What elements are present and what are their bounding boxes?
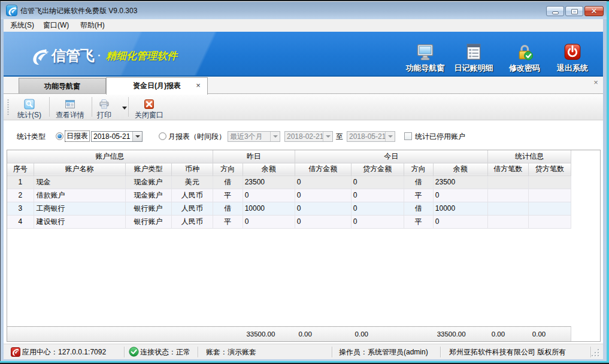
daily-report-radio[interactable] [56, 132, 63, 140]
cell-currency[interactable]: 人民币 [171, 189, 213, 202]
cell-credit-count[interactable] [528, 215, 571, 228]
monthly-report-label[interactable]: 月报表（时间段） [168, 123, 226, 150]
column-header-account-name[interactable]: 账户名称 [34, 163, 125, 175]
cell-direction-today[interactable]: 平 [404, 215, 433, 228]
table-row[interactable]: 3 工商银行 银行账户 人民币 借 10000 0 0 借 10000 [7, 202, 571, 215]
title-bar[interactable]: 信管飞出纳记账软件免费版 V9.0.303 ✕ [1, 1, 607, 19]
column-header-credit-amount[interactable]: 贷方金额 [351, 163, 404, 175]
cell-direction-yday[interactable]: 平 [213, 189, 243, 202]
minimize-button[interactable] [546, 6, 564, 16]
tab-close-icon[interactable]: × [194, 81, 202, 90]
table-row[interactable]: 4 建设银行 银行账户 人民币 平 0 0 0 平 0 [7, 215, 571, 228]
cell-direction-today[interactable]: 借 [404, 175, 433, 189]
cell-seq[interactable]: 3 [7, 202, 34, 215]
cell-debit-count[interactable] [487, 175, 528, 189]
cell-currency[interactable]: 人民币 [171, 202, 213, 215]
period-preset-combobox[interactable]: 最近3个月 [228, 131, 280, 142]
menu-window[interactable]: 窗口(W) [43, 19, 69, 32]
table-row[interactable]: 2 借款账户 现金账户 人民币 平 0 0 0 平 0 [7, 189, 571, 202]
from-date-combobox[interactable]: 2018-02-21 [284, 131, 333, 142]
daily-report-label[interactable]: 日报表 [65, 131, 90, 142]
cell-credit-count[interactable] [528, 202, 571, 215]
resize-grip[interactable] [592, 349, 600, 357]
view-detail-button[interactable]: 查看详情 [52, 95, 88, 119]
cell-credit-count[interactable] [528, 189, 571, 202]
column-header-balance-yday[interactable]: 余额 [243, 163, 295, 175]
cell-balance-yday[interactable]: 0 [243, 215, 295, 228]
cell-account-type[interactable]: 银行账户 [125, 202, 171, 215]
banner-action-navigation[interactable]: 功能导航窗 [400, 43, 450, 74]
cell-account-name[interactable]: 建设银行 [34, 215, 125, 228]
cell-balance-yday[interactable]: 0 [243, 189, 295, 202]
dropdown-arrow-icon[interactable] [132, 132, 142, 141]
cell-balance-yday[interactable]: 10000 [243, 202, 295, 215]
cell-direction-yday[interactable]: 借 [213, 202, 243, 215]
include-disabled-label[interactable]: 统计已停用账户 [415, 123, 465, 150]
cell-account-name[interactable]: 现金 [34, 175, 125, 189]
grid-group-header[interactable]: 昨日 [213, 150, 295, 163]
statistics-button[interactable]: 统计(S) [11, 95, 47, 119]
grid-group-header[interactable]: 统计信息 [487, 150, 571, 163]
cell-credit-amount[interactable]: 0 [351, 189, 404, 202]
column-header-seq[interactable]: 序号 [7, 163, 34, 175]
column-header-credit-count[interactable]: 贷方笔数 [528, 163, 571, 175]
menu-system[interactable]: 系统(S) [10, 19, 34, 32]
toolbar-grip[interactable] [7, 99, 9, 116]
cell-debit-count[interactable] [487, 189, 528, 202]
cell-debit-count[interactable] [487, 215, 528, 228]
tab-fund-report[interactable]: 资金日(月)报表× [106, 77, 208, 95]
cell-currency[interactable]: 美元 [171, 175, 213, 189]
cell-seq[interactable]: 1 [7, 175, 34, 189]
maximize-button[interactable] [565, 6, 583, 16]
column-header-currency[interactable]: 币种 [171, 163, 213, 175]
monthly-report-radio[interactable] [159, 132, 166, 140]
cell-direction-today[interactable]: 借 [404, 202, 433, 215]
column-header-direction-yday[interactable]: 方向 [213, 163, 243, 175]
cell-direction-yday[interactable]: 平 [213, 215, 243, 228]
cell-currency[interactable]: 人民币 [171, 215, 213, 228]
grid-group-header[interactable]: 今日 [295, 150, 487, 163]
table-row[interactable]: 1 现金 现金账户 美元 借 23500 0 0 借 23500 [7, 175, 571, 189]
banner-action-journal[interactable]: 日记账明细 [449, 43, 499, 74]
cell-balance-today[interactable]: 0 [433, 215, 487, 228]
tab-navigation[interactable]: 功能导航窗 [19, 78, 106, 93]
cell-account-name[interactable]: 工商银行 [34, 202, 125, 215]
cell-credit-amount[interactable]: 0 [351, 215, 404, 228]
column-header-direction-today[interactable]: 方向 [404, 163, 433, 175]
cell-debit-count[interactable] [487, 202, 528, 215]
column-header-debit-count[interactable]: 借方笔数 [487, 163, 528, 175]
cell-balance-today[interactable]: 23500 [433, 175, 487, 189]
grid-group-header[interactable]: 账户信息 [7, 150, 213, 163]
cell-debit-amount[interactable]: 0 [295, 215, 351, 228]
cell-credit-count[interactable] [528, 175, 571, 189]
cell-balance-today[interactable]: 0 [433, 189, 487, 202]
cell-seq[interactable]: 4 [7, 215, 34, 228]
menu-help[interactable]: 帮助(H) [80, 19, 105, 32]
cell-direction-today[interactable]: 平 [404, 189, 433, 202]
cell-debit-amount[interactable]: 0 [295, 189, 351, 202]
cell-credit-amount[interactable]: 0 [351, 175, 404, 189]
cell-account-type[interactable]: 现金账户 [125, 189, 171, 202]
cell-debit-amount[interactable]: 0 [295, 175, 351, 189]
print-button[interactable]: 打印 [91, 95, 117, 119]
cell-balance-today[interactable]: 10000 [433, 202, 487, 215]
column-header-debit-amount[interactable]: 借方金额 [295, 163, 351, 175]
close-tab-button[interactable]: 关闭窗口 [131, 95, 168, 119]
banner-action-exit[interactable]: 退出系统 [547, 43, 598, 74]
cell-account-name[interactable]: 借款账户 [34, 189, 125, 202]
cell-balance-yday[interactable]: 23500 [243, 175, 295, 189]
cell-account-type[interactable]: 银行账户 [125, 215, 171, 228]
cell-credit-amount[interactable]: 0 [351, 202, 404, 215]
close-window-button[interactable]: ✕ [584, 6, 604, 16]
cell-seq[interactable]: 2 [7, 189, 34, 202]
banner-action-password[interactable]: 修改密码 [499, 43, 550, 74]
cell-debit-amount[interactable]: 0 [295, 202, 351, 215]
column-header-account-type[interactable]: 账户类型 [125, 163, 171, 175]
to-date-combobox[interactable]: 2018-05-21 [347, 131, 395, 142]
cell-direction-yday[interactable]: 借 [213, 175, 243, 189]
cell-account-type[interactable]: 现金账户 [125, 175, 171, 189]
tabstrip-close-icon[interactable]: × [592, 78, 600, 87]
column-header-balance-today[interactable]: 余额 [433, 163, 487, 175]
include-disabled-checkbox[interactable] [404, 132, 412, 140]
daily-date-combobox[interactable]: 2018-05-21 [91, 131, 143, 142]
